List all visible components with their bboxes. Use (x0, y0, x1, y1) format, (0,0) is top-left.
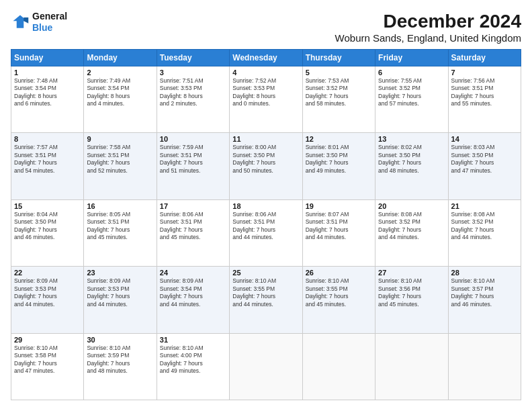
svg-marker-1 (24, 17, 28, 24)
table-row: 21Sunrise: 8:08 AM Sunset: 3:52 PM Dayli… (448, 199, 521, 266)
day-info: Sunrise: 7:59 AM Sunset: 3:51 PM Dayligh… (160, 144, 226, 175)
calendar-week-2: 8Sunrise: 7:57 AM Sunset: 3:51 PM Daylig… (11, 133, 521, 199)
table-row: 29Sunrise: 8:10 AM Sunset: 3:58 PM Dayli… (11, 333, 84, 400)
table-row: 16Sunrise: 8:05 AM Sunset: 3:51 PM Dayli… (84, 199, 157, 266)
day-info: Sunrise: 8:09 AM Sunset: 3:54 PM Dayligh… (160, 277, 226, 308)
day-number: 15 (14, 202, 81, 210)
logo-text-blue: Blue (32, 22, 67, 34)
table-row: 22Sunrise: 8:09 AM Sunset: 3:53 PM Dayli… (11, 267, 84, 333)
day-info: Sunrise: 8:04 AM Sunset: 3:50 PM Dayligh… (14, 211, 81, 242)
table-row: 6Sunrise: 7:55 AM Sunset: 3:52 PM Daylig… (375, 66, 448, 133)
day-info: Sunrise: 8:06 AM Sunset: 3:51 PM Dayligh… (232, 211, 299, 242)
table-row (375, 333, 448, 400)
day-number: 4 (232, 68, 299, 77)
day-info: Sunrise: 8:10 AM Sunset: 3:57 PM Dayligh… (451, 277, 518, 308)
day-number: 14 (451, 135, 518, 143)
day-number: 10 (160, 135, 226, 143)
day-info: Sunrise: 8:02 AM Sunset: 3:50 PM Dayligh… (378, 144, 445, 175)
day-info: Sunrise: 8:08 AM Sunset: 3:52 PM Dayligh… (451, 211, 518, 242)
table-row: 27Sunrise: 8:10 AM Sunset: 3:56 PM Dayli… (375, 267, 448, 333)
day-number: 7 (451, 68, 518, 77)
day-number: 3 (160, 68, 226, 77)
day-number: 1 (14, 68, 81, 77)
table-row: 7Sunrise: 7:56 AM Sunset: 3:51 PM Daylig… (448, 66, 521, 133)
day-number: 8 (14, 135, 81, 143)
table-row: 5Sunrise: 7:53 AM Sunset: 3:52 PM Daylig… (302, 66, 375, 133)
col-friday: Friday (375, 50, 448, 66)
table-row: 28Sunrise: 8:10 AM Sunset: 3:57 PM Dayli… (448, 267, 521, 333)
day-number: 13 (378, 135, 445, 143)
logo-icon (11, 13, 30, 32)
table-row: 4Sunrise: 7:52 AM Sunset: 3:53 PM Daylig… (230, 66, 302, 133)
title-block: December 2024 Woburn Sands, England, Uni… (335, 11, 521, 44)
day-info: Sunrise: 8:10 AM Sunset: 3:55 PM Dayligh… (232, 277, 299, 308)
calendar-table: Sunday Monday Tuesday Wednesday Thursday… (11, 49, 521, 400)
day-number: 20 (378, 202, 445, 210)
day-number: 25 (232, 269, 299, 277)
logo: General Blue (11, 11, 67, 34)
day-number: 29 (14, 336, 81, 344)
day-number: 11 (232, 135, 299, 143)
table-row: 10Sunrise: 7:59 AM Sunset: 3:51 PM Dayli… (157, 133, 229, 199)
day-number: 24 (160, 269, 226, 277)
day-info: Sunrise: 8:00 AM Sunset: 3:50 PM Dayligh… (232, 144, 299, 175)
day-info: Sunrise: 7:51 AM Sunset: 3:53 PM Dayligh… (160, 77, 226, 108)
day-info: Sunrise: 8:10 AM Sunset: 3:58 PM Dayligh… (14, 345, 81, 375)
table-row: 24Sunrise: 8:09 AM Sunset: 3:54 PM Dayli… (157, 267, 229, 333)
day-number: 6 (378, 68, 445, 77)
table-row: 17Sunrise: 8:06 AM Sunset: 3:51 PM Dayli… (157, 199, 229, 266)
day-info: Sunrise: 7:55 AM Sunset: 3:52 PM Dayligh… (378, 77, 445, 108)
logo-text-general: General (32, 11, 67, 22)
table-row (230, 333, 302, 400)
table-row: 30Sunrise: 8:10 AM Sunset: 3:59 PM Dayli… (84, 333, 157, 400)
table-row: 2Sunrise: 7:49 AM Sunset: 3:54 PM Daylig… (84, 66, 157, 133)
page-subtitle: Woburn Sands, England, United Kingdom (335, 32, 521, 44)
day-info: Sunrise: 7:52 AM Sunset: 3:53 PM Dayligh… (232, 77, 299, 108)
col-tuesday: Tuesday (157, 50, 229, 66)
day-number: 19 (306, 202, 372, 210)
col-wednesday: Wednesday (230, 50, 302, 66)
day-info: Sunrise: 8:09 AM Sunset: 3:53 PM Dayligh… (87, 277, 153, 308)
table-row: 14Sunrise: 8:03 AM Sunset: 3:50 PM Dayli… (448, 133, 521, 199)
day-info: Sunrise: 7:57 AM Sunset: 3:51 PM Dayligh… (14, 144, 81, 175)
table-row: 8Sunrise: 7:57 AM Sunset: 3:51 PM Daylig… (11, 133, 84, 199)
table-row: 23Sunrise: 8:09 AM Sunset: 3:53 PM Dayli… (84, 267, 157, 333)
day-info: Sunrise: 8:05 AM Sunset: 3:51 PM Dayligh… (87, 211, 153, 242)
day-number: 5 (306, 68, 372, 77)
day-info: Sunrise: 8:07 AM Sunset: 3:51 PM Dayligh… (306, 211, 372, 242)
day-info: Sunrise: 7:58 AM Sunset: 3:51 PM Dayligh… (87, 144, 153, 175)
day-info: Sunrise: 8:08 AM Sunset: 3:52 PM Dayligh… (378, 211, 445, 242)
table-row (302, 333, 375, 400)
day-number: 30 (87, 336, 153, 344)
day-info: Sunrise: 7:53 AM Sunset: 3:52 PM Dayligh… (306, 77, 372, 108)
table-row: 1Sunrise: 7:48 AM Sunset: 3:54 PM Daylig… (11, 66, 84, 133)
day-info: Sunrise: 7:49 AM Sunset: 3:54 PM Dayligh… (87, 77, 153, 108)
day-info: Sunrise: 8:10 AM Sunset: 3:56 PM Dayligh… (378, 277, 445, 308)
col-saturday: Saturday (448, 50, 521, 66)
table-row: 20Sunrise: 8:08 AM Sunset: 3:52 PM Dayli… (375, 199, 448, 266)
table-row (448, 333, 521, 400)
day-number: 16 (87, 202, 153, 210)
table-row: 18Sunrise: 8:06 AM Sunset: 3:51 PM Dayli… (230, 199, 302, 266)
table-row: 3Sunrise: 7:51 AM Sunset: 3:53 PM Daylig… (157, 66, 229, 133)
day-number: 21 (451, 202, 518, 210)
calendar-week-4: 22Sunrise: 8:09 AM Sunset: 3:53 PM Dayli… (11, 267, 521, 333)
table-row: 11Sunrise: 8:00 AM Sunset: 3:50 PM Dayli… (230, 133, 302, 199)
col-sunday: Sunday (11, 50, 84, 66)
header: General Blue December 2024 Woburn Sands,… (11, 11, 521, 44)
col-thursday: Thursday (302, 50, 375, 66)
calendar-header-row: Sunday Monday Tuesday Wednesday Thursday… (11, 50, 521, 66)
calendar-week-5: 29Sunrise: 8:10 AM Sunset: 3:58 PM Dayli… (11, 333, 521, 400)
day-number: 2 (87, 68, 153, 77)
day-number: 31 (160, 336, 226, 344)
day-info: Sunrise: 8:09 AM Sunset: 3:53 PM Dayligh… (14, 277, 81, 308)
day-number: 17 (160, 202, 226, 210)
table-row: 31Sunrise: 8:10 AM Sunset: 4:00 PM Dayli… (157, 333, 229, 400)
calendar-week-1: 1Sunrise: 7:48 AM Sunset: 3:54 PM Daylig… (11, 66, 521, 133)
table-row: 26Sunrise: 8:10 AM Sunset: 3:55 PM Dayli… (302, 267, 375, 333)
day-number: 9 (87, 135, 153, 143)
page: General Blue December 2024 Woburn Sands,… (0, 0, 532, 411)
day-number: 23 (87, 269, 153, 277)
table-row: 25Sunrise: 8:10 AM Sunset: 3:55 PM Dayli… (230, 267, 302, 333)
day-info: Sunrise: 8:10 AM Sunset: 4:00 PM Dayligh… (160, 345, 226, 375)
